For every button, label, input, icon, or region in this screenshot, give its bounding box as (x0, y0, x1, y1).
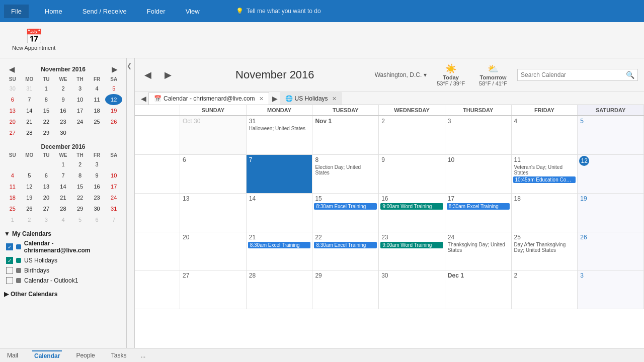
calendar-cell[interactable]: 27 (180, 270, 247, 309)
mini-cal-day[interactable]: 17 (105, 181, 122, 192)
nav-more[interactable]: ... (140, 352, 145, 359)
mini-cal-day[interactable]: 4 (4, 170, 21, 181)
mini-cal-day[interactable]: 31 (21, 83, 38, 94)
mini-cal-day[interactable]: 29 (71, 203, 89, 214)
mini-cal-day[interactable]: 25 (4, 203, 21, 214)
mini-cal-day[interactable]: 21 (55, 192, 72, 203)
home-tab[interactable]: Home (41, 6, 66, 17)
tab-main-calendar[interactable]: 📅 Calendar - chrismenard@live.com ✕ (148, 92, 269, 105)
mini-cal-day[interactable]: 3 (71, 83, 89, 94)
mini-cal-day[interactable]: 2 (21, 214, 38, 225)
mini-cal-day[interactable]: 28 (21, 127, 38, 138)
calendar-cell[interactable]: 8Election Day; United States (312, 155, 379, 193)
view-tab[interactable]: View (182, 6, 204, 17)
mini-cal-day[interactable]: 12 (105, 94, 122, 105)
calendar-cell[interactable]: 29 (312, 270, 379, 309)
tab-right-arrow[interactable]: ▶ (270, 95, 280, 103)
mini-cal-day[interactable]: 5 (105, 83, 122, 94)
calendar-cell[interactable]: 178:30am Excel Training (445, 194, 512, 232)
mini-cal-day[interactable]: 24 (71, 116, 89, 127)
mini-cal-day[interactable]: 6 (4, 94, 21, 105)
mini-cal-day[interactable]: 30 (89, 203, 106, 214)
mini-cal-day[interactable]: 16 (55, 105, 72, 116)
prev-month-button[interactable]: ◀ (141, 68, 155, 82)
close-tab-main[interactable]: ✕ (259, 96, 264, 102)
sidebar-collapse-button[interactable]: ❮ (127, 58, 135, 348)
search-calendar-input[interactable] (521, 71, 626, 78)
calendar-checkbox[interactable]: ✓ (6, 243, 13, 250)
tab-left-arrow[interactable]: ◀ (139, 95, 148, 103)
file-tab[interactable]: File (4, 5, 29, 18)
calendar-cell[interactable]: 30 (379, 270, 445, 309)
mini-cal-day[interactable]: 1 (38, 83, 55, 94)
mini-cal-day[interactable]: 31 (105, 203, 122, 214)
nav-people[interactable]: People (74, 351, 97, 360)
calendar-cell[interactable]: Oct 30 (180, 116, 247, 154)
calendar-cell[interactable]: 31Halloween; United States (247, 116, 313, 154)
calendar-cell[interactable]: 25Day After Thanksgiving Day; United Sta… (512, 232, 578, 270)
mini-cal-day[interactable]: 2 (71, 159, 89, 170)
mini-cal-day[interactable]: 30 (4, 83, 21, 94)
nav-tasks[interactable]: Tasks (109, 351, 129, 360)
send-receive-tab[interactable]: Send / Receive (78, 6, 131, 17)
calendar-cell[interactable]: Dec 1 (445, 270, 512, 309)
close-tab-holidays[interactable]: ✕ (332, 96, 337, 102)
calendar-event[interactable]: Thanksgiving Day; United States (447, 241, 510, 253)
search-calendar-box[interactable]: 🔍 (517, 69, 638, 81)
nav-mail[interactable]: Mail (5, 351, 20, 360)
mini-cal-day[interactable]: 4 (89, 83, 106, 94)
weather-location[interactable]: Washington, D.C. ▾ (375, 71, 427, 78)
calendar-cell[interactable]: 3 (445, 116, 512, 154)
mini-cal-day[interactable]: 22 (71, 192, 89, 203)
calendar-list-item[interactable]: ✓US Holidays (4, 255, 122, 265)
mini-cal-day[interactable]: 24 (105, 192, 122, 203)
folder-tab[interactable]: Folder (143, 6, 170, 17)
mini-cal-day[interactable]: 19 (105, 105, 122, 116)
mini-cal-day[interactable]: 5 (71, 214, 89, 225)
mini-cal-day[interactable]: 23 (89, 192, 106, 203)
calendar-cell[interactable]: 5 (578, 116, 644, 154)
calendar-cell[interactable]: 13 (180, 194, 247, 232)
mini-cal-day[interactable]: 7 (55, 170, 72, 181)
mini-cal-day[interactable]: 18 (4, 192, 21, 203)
calendar-list-item[interactable]: ✓Calendar - chrismenard@live.com (4, 238, 122, 255)
mini-cal-day[interactable]: 21 (21, 116, 38, 127)
nav-calendar[interactable]: Calendar (32, 350, 62, 360)
calendar-cell[interactable]: 169:00am Word Training (379, 194, 445, 232)
mini-cal-day[interactable]: 26 (21, 203, 38, 214)
calendar-cell[interactable]: 10 (445, 155, 512, 193)
mini-cal-day[interactable]: 20 (38, 192, 55, 203)
mini-cal-day[interactable]: 13 (4, 105, 21, 116)
mini-cal-day[interactable]: 27 (38, 203, 55, 214)
calendar-cell[interactable]: 14 (247, 194, 313, 232)
new-appointment-button[interactable]: 📅 New Appointment (5, 27, 62, 54)
calendar-list-item[interactable]: Calendar - Outlook1 (4, 276, 122, 286)
calendar-cell[interactable]: 2 (379, 116, 445, 154)
calendar-cell[interactable]: 4 (512, 116, 578, 154)
mini-cal-day[interactable]: 13 (38, 181, 55, 192)
mini-cal-day[interactable]: 8 (71, 170, 89, 181)
calendar-cell[interactable]: 19 (578, 194, 644, 232)
calendar-event[interactable]: 9:00am Word Training (380, 203, 443, 210)
calendar-cell[interactable]: 9 (379, 155, 445, 193)
mini-cal-day[interactable]: 3 (38, 214, 55, 225)
mini-cal-day[interactable]: 9 (89, 170, 106, 181)
search-icon[interactable]: 🔍 (626, 71, 634, 79)
mini-cal-day[interactable]: 8 (38, 94, 55, 105)
mini-cal-day[interactable]: 19 (21, 192, 38, 203)
calendar-cell[interactable]: 28 (247, 270, 313, 309)
mini-cal-day[interactable]: 10 (105, 170, 122, 181)
mini-cal-prev[interactable]: ◀ (6, 64, 18, 74)
calendar-cell[interactable]: Nov 1 (312, 116, 379, 154)
mini-cal-day[interactable]: 11 (4, 181, 21, 192)
calendar-event[interactable]: 9:00am Word Training (380, 242, 443, 248)
calendar-cell[interactable]: 26 (578, 232, 644, 270)
my-calendars-header[interactable]: ▼ My Calendars (4, 229, 122, 238)
mini-cal-day[interactable]: 6 (89, 214, 106, 225)
calendar-cell[interactable]: 239:00am Word Training (379, 232, 445, 270)
mini-cal-day[interactable]: 1 (55, 159, 72, 170)
calendar-event[interactable]: 8:30am Excel Training (248, 242, 311, 248)
mini-cal-day[interactable]: 15 (38, 105, 55, 116)
mini-cal-day[interactable]: 28 (55, 203, 72, 214)
mini-cal-day[interactable]: 30 (55, 127, 72, 138)
